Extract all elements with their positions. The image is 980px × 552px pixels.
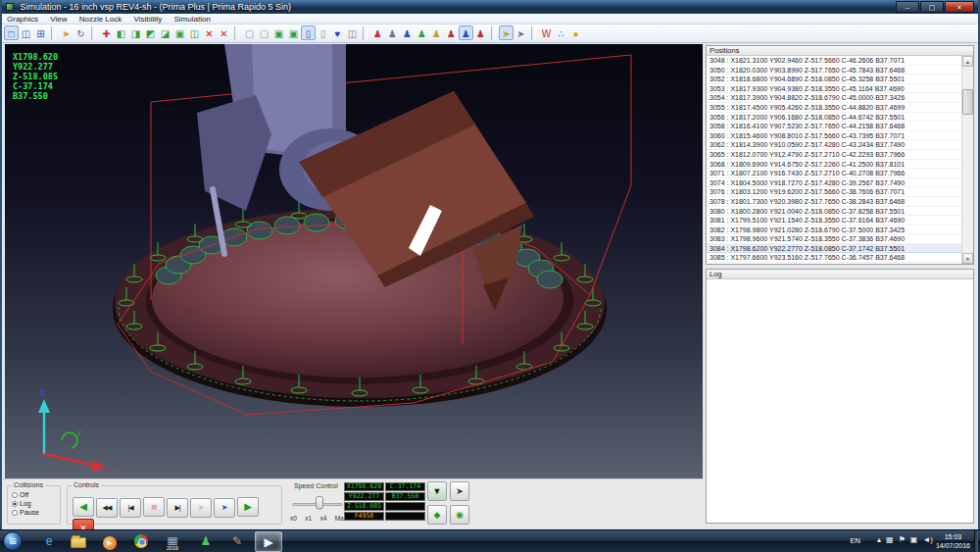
menu-visibility[interactable]: Visibility [129,14,168,25]
sheet-icon[interactable]: ▯ [316,25,330,40]
taskbar-chrome-icon[interactable] [127,531,155,552]
taskbar-media-player-icon[interactable]: ▶ [96,531,123,552]
menu-view[interactable]: View [45,14,72,25]
position-row[interactable]: 3068 : X1809.6900 Y914.6750 Z-517.2260 C… [707,160,961,170]
lock-icon[interactable]: ● [568,25,583,40]
machine-view-2-icon[interactable]: ◨ [128,25,143,40]
scroll-up-icon[interactable]: ▲ [962,56,973,67]
show-desktop-button[interactable] [974,530,978,552]
robot-pose-7-icon[interactable]: ♟ [459,25,473,40]
path-nodes-icon[interactable]: ∴ [554,25,568,40]
collision-pause-radio[interactable]: Pause [12,508,60,517]
skip-start-button[interactable]: |◀ [120,498,141,518]
collision-log-radio[interactable]: Log [12,499,60,508]
clock[interactable]: 15:03 14/07/2016 [936,532,970,550]
wireframe-w-icon[interactable]: W [539,25,554,40]
language-indicator[interactable]: EN [851,536,860,545]
robot-pose-5-icon[interactable]: ♟ [429,25,444,40]
pick-append-icon[interactable]: ➤ [514,25,528,40]
position-row[interactable]: 3062 : X1814.3900 Y910.0590 Z-517.4280 C… [707,140,961,150]
collision-off-radio[interactable]: Off [12,490,60,499]
scroll-thumb[interactable] [962,89,973,115]
position-row[interactable]: 3056 : X1817.2000 Y906.1680 Z-518.0850 C… [707,113,961,123]
run-to-button[interactable]: ➤ [214,498,235,518]
close-button[interactable]: ✕ [945,1,974,13]
part-solid-icon[interactable]: ▣ [271,25,286,40]
scroll-down-icon[interactable]: ▼ [962,253,973,264]
orbit-rotate-icon[interactable]: ↻ [74,25,88,40]
position-row[interactable]: 3071 : X1807.2100 Y916.7430 Z-517.2710 C… [707,169,961,178]
position-row[interactable]: 3084 : X1798.6200 Y922.2770 Z-518.0850 C… [707,244,961,254]
shield-icon[interactable]: ♥ [330,25,345,40]
menu-nozzle-lock[interactable]: Nozzle Lock [74,14,127,25]
machine-view-4-icon[interactable]: ◪ [158,25,172,40]
robot-pose-2-icon[interactable]: ♟ [385,25,400,40]
hand-tool-button[interactable]: ◆ [427,505,447,525]
speed-slider-thumb[interactable] [316,496,323,510]
position-row[interactable]: 3048 : X1821.3100 Y902.9460 Z-517.5660 C… [707,56,961,66]
position-row[interactable]: 3083 : X1798.9600 Y921.5740 Z-518.3550 C… [707,234,961,244]
log-area[interactable] [707,279,973,523]
position-row[interactable]: 3078 : X1801.7300 Y920.3980 Z-517.7650 C… [707,197,961,207]
robot-pose-8-icon[interactable]: ♟ [473,25,488,40]
viewport-split-icon[interactable]: ◫ [19,25,33,40]
play-reverse-button[interactable]: ◀ [73,497,94,517]
robot-pose-6-icon[interactable]: ♟ [444,25,459,40]
grid-icon[interactable]: ▦ [886,535,894,544]
position-row[interactable]: 3050 : X1820.0300 Y903.8990 Z-517.7650 C… [707,66,961,75]
position-row[interactable]: 3052 : X1818.6800 Y904.6890 Z-518.0850 C… [707,75,961,84]
menu-simulation[interactable]: Simulation [169,14,215,25]
position-row[interactable]: 3060 : X1815.4600 Y908.8010 Z-517.5660 C… [707,131,961,141]
taskbar-sim-icon[interactable]: ♟ [192,531,220,552]
taskbar-active-sim-icon[interactable]: ▶ [255,531,282,552]
fast-rewind-button[interactable]: ◀◀ [96,498,118,518]
robot-pose-3-icon[interactable]: ♟ [400,25,415,40]
position-row[interactable]: 3054 : X1817.3900 Y904.8820 Z-518.6790 C… [707,93,961,103]
delete-path-icon[interactable]: ✕ [202,25,217,40]
viewport-quad-icon[interactable]: ⊞ [33,25,48,40]
position-row[interactable]: 3074 : X1804.5000 Y918.7270 Z-517.4280 C… [707,178,961,188]
nozzle-display-button[interactable]: ▼ [427,481,447,501]
skip-end-button[interactable]: ▶| [167,498,188,518]
select-cursor-icon[interactable]: ➤ [59,25,74,40]
pick-position-icon[interactable]: ➤ [499,25,514,40]
part-shaded-icon[interactable]: ▣ [286,25,301,40]
part-ghost-icon[interactable]: ▢ [257,25,271,40]
viewport-3d[interactable]: Z x y X1798.620 Y922.277 Z-518.085 C-37.… [5,44,703,478]
bin-icon[interactable]: ◫ [345,25,360,40]
machine-view-5-icon[interactable]: ▣ [172,25,187,40]
titlebar[interactable]: Simulation - 16 inch vsp REV4-sh - (Prim… [2,0,978,14]
pointer-tool-button[interactable]: ➤ [450,481,469,501]
machine-view-3-icon[interactable]: ◩ [143,25,158,40]
minimize-button[interactable]: – [896,1,919,13]
robot-pose-4-icon[interactable]: ♟ [415,25,429,40]
maximize-button[interactable]: ▢ [920,1,944,13]
network-icon[interactable]: ▣ [910,535,918,544]
taskbar-app-2016-icon[interactable]: ▦2016 [159,531,186,552]
position-row[interactable]: 3065 : X1812.0700 Y912.4790 Z-517.2710 C… [707,150,961,160]
play-button[interactable]: ▶ [237,497,259,517]
taskbar-ie-icon[interactable]: e [35,531,63,552]
menu-graphics[interactable]: Graphics [2,14,43,25]
position-row[interactable]: 3058 : X1816.4100 Y907.5230 Z-517.7650 C… [707,122,961,131]
target-tool-button[interactable]: ◉ [450,505,469,525]
viewport-single-icon[interactable]: □ [4,25,19,40]
machine-view-6-icon[interactable]: ◫ [187,25,202,40]
stop-button[interactable]: ■ [143,497,165,517]
show-hidden-icon[interactable]: ▴ [877,535,881,544]
taskbar-explorer-icon[interactable] [65,531,92,552]
start-button[interactable]: ⊞ [3,531,23,551]
position-row[interactable]: 3082 : X1798.9800 Y921.0280 Z-518.6790 C… [707,226,961,235]
position-row[interactable]: 3055 : X1817.4500 Y905.4260 Z-518.3550 C… [707,103,961,113]
taskbar-utility-icon[interactable]: ✎ [223,531,251,552]
position-row[interactable]: 3085 : X1797.6600 Y923.5160 Z-517.7650 C… [707,253,961,263]
step-over-button[interactable]: ➤ [190,498,212,518]
position-row[interactable]: 3080 : X1800.2800 Y921.0040 Z-518.0850 C… [707,207,961,217]
panel-toggle-icon[interactable]: ▯ [301,25,316,40]
robot-pose-1-icon[interactable]: ♟ [370,25,385,40]
positions-scrollbar[interactable]: ▲ ▼ [961,56,973,264]
jog-axis-icon[interactable]: ✚ [99,25,114,40]
part-wireframe-icon[interactable]: ▢ [242,25,257,40]
volume-icon[interactable]: ◄) [922,535,933,544]
position-row[interactable]: 3081 : X1799.5100 Y921.1540 Z-518.3550 C… [707,216,961,226]
